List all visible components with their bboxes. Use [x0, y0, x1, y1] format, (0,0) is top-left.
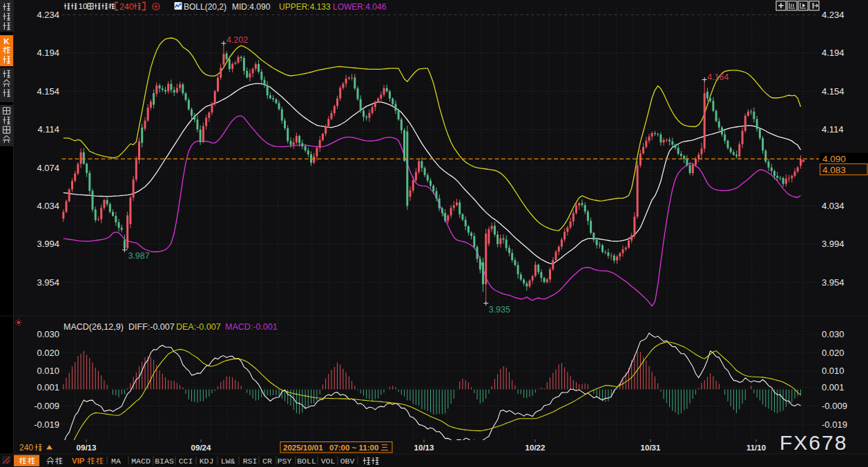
svg-text:RSI: RSI: [243, 457, 258, 466]
svg-text:10/31: 10/31: [641, 444, 661, 452]
svg-text:2025/10/01: 2025/10/01: [283, 444, 323, 452]
svg-text:FX678: FX678: [780, 431, 847, 454]
svg-text:CR: CR: [262, 457, 272, 466]
svg-text:-0.009: -0.009: [34, 401, 59, 411]
svg-text:K: K: [3, 37, 10, 46]
svg-text:4.202: 4.202: [226, 35, 248, 45]
svg-text:3.987: 3.987: [128, 251, 149, 261]
svg-text:4.194: 4.194: [37, 48, 59, 58]
svg-text:3.994: 3.994: [822, 239, 845, 249]
svg-text:4.154: 4.154: [822, 86, 845, 97]
svg-text:4.114: 4.114: [37, 124, 59, 135]
svg-text:10/13: 10/13: [414, 444, 434, 452]
svg-text:KDJ: KDJ: [200, 457, 214, 466]
svg-text:4.234: 4.234: [822, 10, 845, 20]
svg-text:3.954: 3.954: [37, 277, 59, 288]
svg-text:DIFF:-0.007: DIFF:-0.007: [128, 322, 175, 332]
svg-text:MA: MA: [111, 457, 121, 466]
svg-text:4.234: 4.234: [37, 10, 59, 20]
svg-text:0.020: 0.020: [37, 348, 59, 358]
svg-text:4.114: 4.114: [822, 124, 844, 135]
svg-text:4.164: 4.164: [707, 72, 729, 82]
svg-text:3.935: 3.935: [489, 305, 510, 315]
svg-text:0.020: 0.020: [822, 348, 845, 358]
svg-text:-0.009: -0.009: [822, 401, 847, 411]
svg-text:-0.019: -0.019: [822, 419, 847, 430]
svg-text:3.994: 3.994: [37, 239, 59, 249]
svg-text:10: 10: [79, 2, 88, 10]
svg-text:4.034: 4.034: [822, 201, 845, 211]
svg-text:0.010: 0.010: [37, 366, 59, 376]
svg-text:LW&: LW&: [221, 457, 235, 466]
svg-text:VOL: VOL: [321, 457, 336, 466]
svg-text:MACD:-0.001: MACD:-0.001: [225, 322, 278, 332]
svg-text:0.030: 0.030: [822, 329, 845, 339]
svg-text:09/13: 09/13: [77, 444, 97, 452]
svg-text:BOLL(20,2): BOLL(20,2): [184, 2, 226, 12]
svg-text:4.034: 4.034: [37, 201, 59, 211]
svg-text:09/24: 09/24: [191, 444, 211, 452]
svg-text:VIP: VIP: [72, 457, 85, 465]
svg-text:MID:4.090: MID:4.090: [232, 2, 271, 12]
svg-text:4.090: 4.090: [822, 154, 846, 164]
svg-text:BOLL: BOLL: [297, 457, 316, 466]
svg-text:MACD(26,12,9): MACD(26,12,9): [64, 322, 124, 332]
svg-text:4.074: 4.074: [37, 163, 59, 173]
svg-text:-0.019: -0.019: [34, 419, 59, 430]
svg-text:0.010: 0.010: [822, 366, 845, 376]
svg-text:07:00 ~ 11:00: 07:00 ~ 11:00: [329, 444, 378, 452]
svg-text:3.954: 3.954: [822, 277, 845, 288]
svg-text:240: 240: [119, 2, 134, 12]
svg-text:BIAS: BIAS: [155, 457, 174, 466]
svg-text:LOWER:4.046: LOWER:4.046: [333, 2, 387, 12]
svg-text:10/22: 10/22: [525, 444, 546, 452]
svg-text:UPPER:4.133: UPPER:4.133: [279, 2, 331, 12]
svg-text:PSY: PSY: [278, 457, 292, 466]
svg-text:OBV: OBV: [340, 457, 355, 466]
svg-text:11/10: 11/10: [746, 444, 766, 452]
svg-text:240: 240: [19, 443, 33, 453]
svg-text:0.001: 0.001: [37, 382, 59, 393]
svg-text:4.154: 4.154: [37, 86, 59, 97]
svg-text:0.030: 0.030: [37, 329, 59, 339]
svg-text:0.001: 0.001: [822, 382, 845, 393]
svg-text:4.083: 4.083: [822, 165, 846, 175]
svg-text:4.194: 4.194: [822, 48, 845, 58]
svg-text:CCI: CCI: [179, 457, 193, 466]
svg-text:DEA:-0.007: DEA:-0.007: [176, 322, 221, 332]
svg-text:MACD: MACD: [131, 457, 151, 466]
